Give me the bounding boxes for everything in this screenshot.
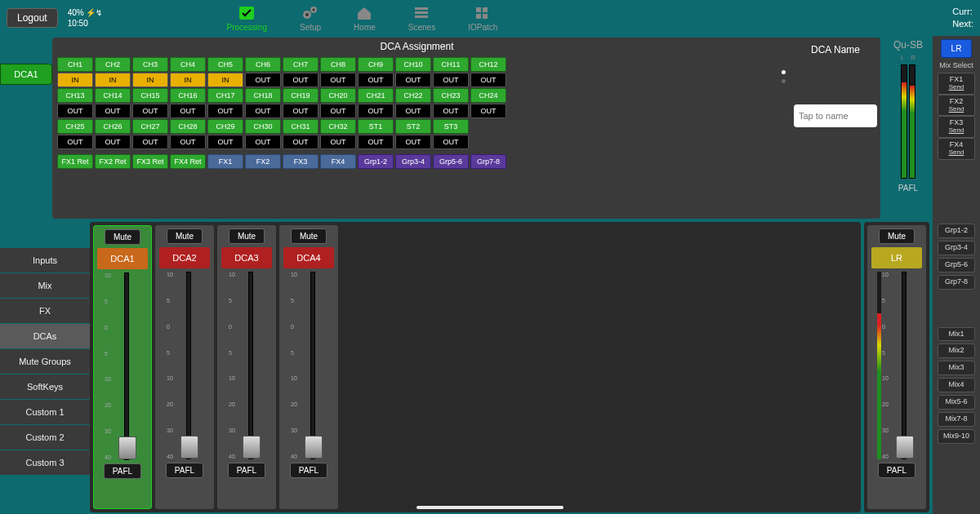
channel-ch22[interactable]: CH22OUT [395, 88, 431, 118]
channel-state[interactable]: IN [95, 73, 131, 87]
nav-processing[interactable]: Processing [227, 5, 267, 32]
sidebar-item-custom-1[interactable]: Custom 1 [0, 400, 90, 425]
channel-ch15[interactable]: CH15OUT [132, 88, 168, 118]
fader-knob[interactable] [118, 436, 136, 459]
channel-state[interactable]: OUT [320, 73, 356, 87]
channel-state[interactable]: OUT [283, 135, 318, 149]
nav-iopatch[interactable]: IOPatch [468, 5, 497, 32]
channel-st3[interactable]: ST3OUT [433, 119, 469, 149]
assign-grp7-8[interactable]: Grp7-8 [470, 154, 506, 169]
channel-name[interactable]: DCA3 [221, 247, 272, 268]
channel-ch6[interactable]: CH6OUT [245, 57, 281, 87]
dca1-tab[interactable]: DCA1 [0, 64, 52, 85]
fader-strip-dca1[interactable]: MuteDCA11050510203040PAFL [93, 225, 152, 509]
mix-select-mix9-10[interactable]: Mix9-10 [938, 429, 975, 444]
channel-state[interactable]: OUT [320, 104, 356, 118]
channel-state[interactable]: IN [170, 73, 206, 87]
assign-fx4-ret[interactable]: FX4 Ret [170, 154, 206, 169]
channel-ch12[interactable]: CH12OUT [470, 57, 506, 87]
channel-state[interactable]: OUT [470, 73, 506, 87]
channel-state[interactable]: OUT [320, 135, 356, 149]
mute-button[interactable]: Mute [291, 228, 327, 244]
channel-ch9[interactable]: CH9OUT [358, 57, 394, 87]
channel-state[interactable]: IN [132, 73, 168, 87]
channel-ch17[interactable]: CH17OUT [207, 88, 243, 118]
channel-ch26[interactable]: CH26OUT [95, 119, 131, 149]
channel-ch14[interactable]: CH14OUT [95, 88, 131, 118]
channel-st1[interactable]: ST1OUT [358, 119, 394, 149]
channel-ch11[interactable]: CH11OUT [433, 57, 469, 87]
nav-setup[interactable]: Setup [300, 5, 321, 32]
channel-state[interactable]: OUT [358, 73, 394, 87]
assign-fx2[interactable]: FX2 [245, 154, 281, 169]
nav-home[interactable]: Home [354, 5, 376, 32]
fader-slot[interactable] [124, 273, 129, 460]
channel-ch31[interactable]: CH31OUT [283, 119, 318, 149]
channel-ch27[interactable]: CH27OUT [132, 119, 168, 149]
channel-state[interactable]: IN [207, 73, 243, 87]
mute-button[interactable]: Mute [105, 229, 140, 245]
channel-state[interactable]: OUT [283, 73, 318, 87]
fader-slot[interactable] [186, 272, 191, 459]
mute-button[interactable]: Mute [167, 228, 203, 244]
channel-ch3[interactable]: CH3IN [132, 57, 168, 87]
channel-state[interactable]: OUT [433, 73, 469, 87]
lr-fader-knob[interactable] [896, 436, 914, 459]
channel-name[interactable]: DCA1 [97, 248, 148, 269]
channel-state[interactable]: OUT [283, 104, 318, 118]
channel-state[interactable]: IN [57, 73, 93, 87]
channel-state[interactable]: OUT [170, 104, 206, 118]
channel-ch29[interactable]: CH29OUT [207, 119, 243, 149]
fader-slot[interactable] [248, 272, 253, 459]
mix-select-fx4[interactable]: FX4Send [938, 138, 975, 160]
sidebar-item-fx[interactable]: FX [0, 299, 90, 324]
lr-mute-button[interactable]: Mute [879, 228, 915, 244]
mix-select-mix7-8[interactable]: Mix7-8 [938, 412, 975, 427]
channel-name[interactable]: DCA4 [283, 247, 334, 268]
channel-state[interactable]: OUT [170, 135, 206, 149]
logout-button[interactable]: Logout [7, 8, 58, 28]
channel-state[interactable]: OUT [207, 104, 243, 118]
assign-fx2-ret[interactable]: FX2 Ret [95, 154, 131, 169]
sidebar-item-softkeys[interactable]: SoftKeys [0, 374, 90, 400]
pafl-button[interactable]: PAFL [104, 463, 141, 479]
mix-select-fx2[interactable]: FX2Send [938, 95, 975, 117]
channel-state[interactable]: OUT [395, 104, 431, 118]
channel-ch28[interactable]: CH28OUT [170, 119, 206, 149]
lr-fader-strip[interactable]: Mute LR 1050510203040 PAFL [867, 225, 926, 509]
lr-channel-name[interactable]: LR [871, 247, 922, 268]
channel-ch24[interactable]: CH24OUT [470, 88, 506, 118]
mix-select-mix2[interactable]: Mix2 [938, 343, 975, 358]
fader-strip-dca2[interactable]: MuteDCA21050510203040PAFL [155, 225, 214, 509]
channel-state[interactable]: OUT [57, 135, 93, 149]
channel-ch5[interactable]: CH5IN [207, 57, 243, 87]
channel-state[interactable]: OUT [395, 135, 431, 149]
fader-slot[interactable] [310, 272, 315, 459]
channel-state[interactable]: OUT [470, 104, 506, 118]
channel-ch16[interactable]: CH16OUT [170, 88, 206, 118]
nav-scenes[interactable]: Scenes [408, 5, 435, 32]
home-indicator[interactable] [416, 506, 564, 509]
channel-ch32[interactable]: CH32OUT [320, 119, 356, 149]
channel-ch8[interactable]: CH8OUT [320, 57, 356, 87]
channel-state[interactable]: OUT [433, 104, 469, 118]
mix-select-mix1[interactable]: Mix1 [938, 327, 975, 342]
fader-strip-dca4[interactable]: MuteDCA41050510203040PAFL [279, 225, 338, 509]
pafl-button[interactable]: PAFL [290, 463, 327, 478]
assign-fx3-ret[interactable]: FX3 Ret [132, 154, 168, 169]
channel-ch19[interactable]: CH19OUT [283, 88, 318, 118]
channel-ch30[interactable]: CH30OUT [245, 119, 281, 149]
channel-ch7[interactable]: CH7OUT [283, 57, 318, 87]
channel-ch18[interactable]: CH18OUT [245, 88, 281, 118]
fader-knob[interactable] [180, 436, 198, 459]
channel-state[interactable]: OUT [132, 135, 168, 149]
assign-fx1[interactable]: FX1 [207, 154, 243, 169]
dca-name-input[interactable] [794, 104, 877, 127]
mix-select-fx1[interactable]: FX1Send [938, 73, 975, 95]
sidebar-item-inputs[interactable]: Inputs [0, 248, 90, 273]
mix-select-fx3[interactable]: FX3Send [938, 116, 975, 138]
mix-select-grp5-6[interactable]: Grp5-6 [938, 258, 975, 273]
mix-select-mix3[interactable]: Mix3 [938, 361, 975, 375]
pafl-button[interactable]: PAFL [228, 463, 265, 478]
mix-select-grp3-4[interactable]: Grp3-4 [938, 241, 975, 255]
